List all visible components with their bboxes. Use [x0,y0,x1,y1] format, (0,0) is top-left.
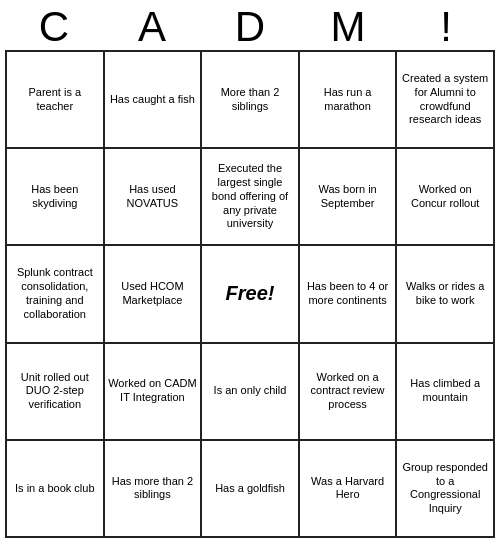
cell-3-4: Has climbed a mountain [396,343,494,440]
cell-4-4: Group responded to a Congressional Inqui… [396,440,494,537]
header-letter-m: M [299,6,397,48]
bingo-grid: Parent is a teacher Has caught a fish Mo… [5,50,495,538]
cell-0-1: Has caught a fish [104,51,202,148]
cell-3-3: Worked on a contract review process [299,343,397,440]
cell-0-4: Created a system for Alumni to crowdfund… [396,51,494,148]
cell-0-2: More than 2 siblings [201,51,299,148]
cell-4-0: Is in a book club [6,440,104,537]
cell-1-2: Executed the largest single bond offerin… [201,148,299,245]
header-letter-a: A [103,6,201,48]
cell-1-4: Worked on Concur rollout [396,148,494,245]
cell-0-0: Parent is a teacher [6,51,104,148]
cell-0-3: Has run a marathon [299,51,397,148]
cell-1-0: Has been skydiving [6,148,104,245]
free-space: Free! [201,245,299,342]
cell-2-1: Used HCOM Marketplace [104,245,202,342]
cell-2-4: Walks or rides a bike to work [396,245,494,342]
cell-1-3: Was born in September [299,148,397,245]
header-letter-exclaim: ! [397,6,495,48]
cell-3-2: Is an only child [201,343,299,440]
header-letter-d: D [201,6,299,48]
bingo-header: C A D M ! [5,0,495,50]
cell-4-1: Has more than 2 siblings [104,440,202,537]
cell-3-0: Unit rolled out DUO 2-step verification [6,343,104,440]
cell-3-1: Worked on CADM IT Integration [104,343,202,440]
cell-4-3: Was a Harvard Hero [299,440,397,537]
cell-2-3: Has been to 4 or more continents [299,245,397,342]
cell-1-1: Has used NOVATUS [104,148,202,245]
cell-4-2: Has a goldfish [201,440,299,537]
header-letter-c: C [5,6,103,48]
cell-2-0: Splunk contract consolidation, training … [6,245,104,342]
